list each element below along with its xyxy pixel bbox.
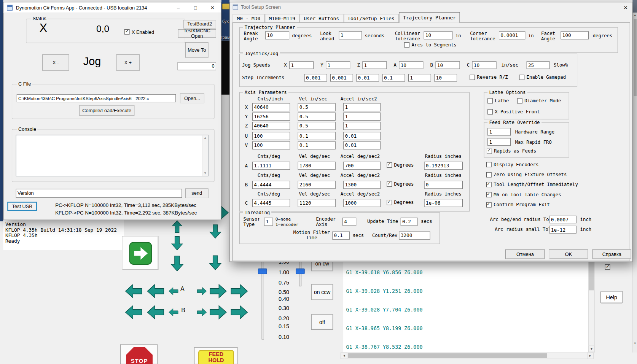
axis-accel-input[interactable] (343, 113, 381, 121)
scroll-up-arrow[interactable]: ▲ (633, 13, 637, 16)
command-input[interactable] (16, 189, 182, 197)
jog-speed-y-input[interactable] (326, 61, 350, 69)
scroll-up-arrow[interactable]: ▲ (202, 136, 208, 140)
x-enabled-checkbox[interactable]: X Enabled (124, 29, 154, 35)
scroll-down-arrow[interactable]: ▼ (633, 342, 637, 345)
gcode-hscrollbar[interactable]: ◄ ► (341, 353, 594, 359)
step-increment-input[interactable] (330, 74, 353, 81)
enable-gamepad-checkbox[interactable]: Enable Gamepad (519, 75, 566, 80)
scroll-down-arrow[interactable]: ▼ (202, 172, 208, 175)
zero-using-fixture-offsets-checkbox[interactable]: Zero Using Fixture Offsets (486, 172, 567, 178)
edge-scrollbar[interactable]: ▲ ▼ (632, 13, 637, 353)
axis-vel-input[interactable] (298, 113, 336, 121)
reverse-rz-checkbox[interactable]: Reverse R/Z (470, 75, 508, 80)
axis-vel-input[interactable] (298, 199, 336, 207)
jog-step-left-arrow[interactable] (168, 306, 179, 318)
step-increment-input[interactable] (408, 74, 431, 81)
close-icon[interactable]: ✕ (204, 2, 221, 13)
ok-button[interactable]: OK (549, 250, 588, 259)
diameter-mode-checkbox[interactable]: Diameter Mode (517, 98, 561, 103)
axis-vel-input[interactable] (298, 162, 336, 170)
test-usb-button[interactable]: Test USB (7, 202, 37, 211)
spindle-on-ccw-button[interactable]: on ccw (311, 284, 333, 300)
encoder-axis-input[interactable] (342, 218, 356, 226)
degrees-checkbox-a[interactable]: Degrees (387, 162, 414, 168)
axis-vel-input[interactable] (298, 141, 336, 149)
axis-accel-input[interactable] (343, 122, 381, 130)
testkmcnc-open-button[interactable]: TestKMCNC Open (178, 29, 216, 38)
jog-step-right-arrow[interactable] (197, 285, 207, 297)
spindle-slider-thumb[interactable] (296, 269, 304, 274)
jog-speed-z-input[interactable] (362, 61, 387, 69)
jog-speed-c-input[interactable] (472, 61, 497, 69)
radius-input[interactable] (424, 181, 463, 189)
maximize-icon[interactable]: □ (187, 2, 204, 13)
stop-button[interactable]: STOP (120, 344, 158, 364)
axis-cnts-input[interactable] (252, 113, 290, 121)
axis-accel-input[interactable] (343, 141, 381, 149)
jog-down-arrow[interactable] (169, 255, 185, 272)
jog-step-left-arrow[interactable] (168, 285, 179, 297)
folder-icon[interactable] (222, 4, 229, 10)
motion-filter-time-input[interactable] (332, 232, 350, 240)
display-encoders-checkbox[interactable]: Display Encoders (486, 162, 538, 167)
degrees-checkbox-c[interactable]: Degrees (387, 200, 414, 205)
x-plus-button[interactable]: X + (116, 54, 140, 71)
degrees-checkbox-b[interactable]: Degrees (387, 181, 414, 187)
tool-setup-titlebar[interactable]: Tool Setup Screen ✕ (230, 2, 632, 12)
jog-right-arrow[interactable] (209, 304, 228, 321)
slow-percent-input[interactable] (527, 61, 550, 69)
cfile-path-input[interactable] (17, 94, 176, 102)
minimize-icon[interactable]: – (170, 2, 187, 13)
arc-radius-small-tol-input[interactable] (549, 226, 576, 234)
axis-accel-input[interactable] (343, 181, 381, 189)
sensor-type-input[interactable] (264, 218, 273, 226)
tab-trajectory-planner[interactable]: Trajectory Planner (399, 12, 460, 23)
scroll-right-arrow[interactable]: ► (587, 353, 594, 359)
vscroll-thumb[interactable] (634, 19, 636, 96)
axis-accel-input[interactable] (343, 103, 381, 111)
move-to-button[interactable]: Move To (185, 42, 209, 58)
compile-load-execute-button[interactable]: Compile/Load/Execute (79, 105, 134, 116)
tab-m100-m119[interactable]: M100-M119 (265, 14, 299, 22)
max-rapid-fro-input[interactable] (487, 138, 511, 146)
axis-vel-input[interactable] (298, 103, 336, 111)
jog-speed-x-input[interactable] (289, 61, 314, 69)
tab-m0-m30[interactable]: M0 - M30 (233, 14, 264, 22)
scroll-down-arrow[interactable]: ▼ (588, 346, 595, 352)
step-increment-input[interactable] (434, 74, 457, 81)
cancel-button[interactable]: Отмена (505, 250, 545, 259)
hardware-range-input[interactable] (487, 128, 511, 135)
arc-beg-end-radius-tol-input[interactable] (549, 216, 576, 223)
jog-down-arrow[interactable] (208, 224, 223, 239)
feedrate-slider-thumb[interactable] (258, 269, 267, 274)
count-rev-input[interactable] (399, 232, 430, 240)
axis-vel-input[interactable] (298, 122, 336, 130)
feed-hold-button[interactable]: FEED HOLD (194, 347, 237, 364)
arcs-to-segments-checkbox[interactable]: Arcs to Segments (404, 42, 456, 48)
update-time-input[interactable] (401, 218, 418, 226)
tab-tool-setup-files[interactable]: Tool/Setup Files (344, 14, 399, 22)
axis-vel-input[interactable] (298, 132, 336, 140)
look-ahead-input[interactable] (339, 31, 362, 39)
jog-left-arrow[interactable] (146, 283, 165, 300)
axis-cnts-input[interactable] (252, 141, 290, 149)
step-increment-input[interactable] (356, 74, 379, 81)
open-button[interactable]: Open... (180, 94, 204, 103)
jog-speed-a-input[interactable] (399, 61, 423, 69)
console-output[interactable]: ▲ ▼ (16, 135, 209, 176)
desktop-icon-label[interactable]: бух (221, 19, 231, 24)
tool-length-offset-immediately-checkbox[interactable]: Tool Length/Offset Immediately (486, 182, 578, 187)
help-button[interactable]: Help (600, 291, 623, 303)
x-minus-button[interactable]: X - (42, 54, 69, 71)
corner-tolerance-input[interactable] (499, 31, 525, 39)
jog-down-arrow[interactable] (208, 254, 223, 271)
axis-vel-input[interactable] (298, 181, 336, 189)
axis-cnts-input[interactable] (252, 181, 290, 189)
break-angle-input[interactable] (265, 31, 289, 39)
confirm-program-exit-checkbox[interactable]: Confirm Program Exit (486, 202, 550, 208)
cnc-option-checkbox[interactable] (605, 264, 610, 270)
jog-right-arrow[interactable] (209, 283, 228, 300)
console-scrollbar[interactable]: ▲ ▼ (202, 135, 208, 176)
axis-cnts-input[interactable] (252, 162, 290, 170)
